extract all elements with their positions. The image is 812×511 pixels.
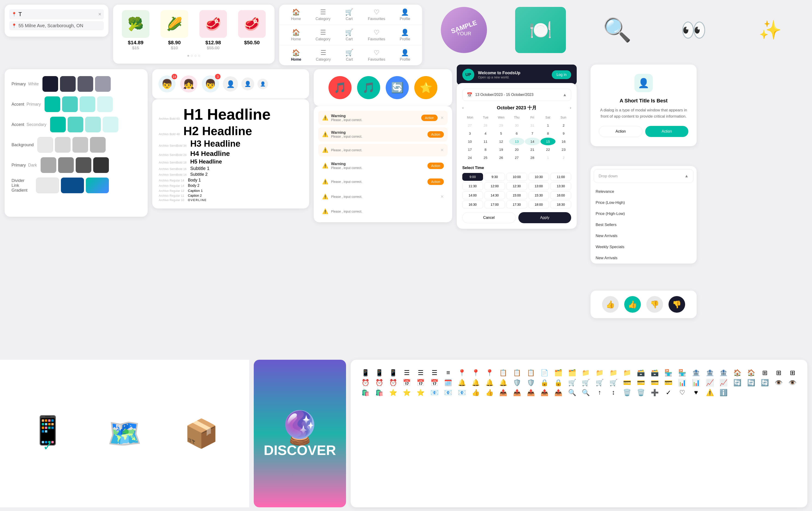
cal-day-8b[interactable]: 8 [478,146,493,153]
dropdown-option-weekly[interactable]: Weekly Specials [590,241,697,252]
nav-profile-1[interactable]: 👤Profile [400,8,410,21]
chevron-up-icon[interactable]: ▲ [562,92,567,97]
cal-day-9[interactable]: 9 [556,129,571,137]
dropdown-option-best-sellers[interactable]: Best Sellers [590,219,697,230]
cal-day-25[interactable]: 25 [478,154,493,161]
feedback-thumbs-up-teal[interactable]: 👍 [624,296,641,313]
cal-day-27[interactable]: 27 [509,154,524,161]
nav-category-2[interactable]: ☰Category [316,29,330,41]
nav-category-3[interactable]: ☰Category [316,49,331,62]
cal-prev-icon[interactable]: ‹ [462,106,464,110]
cal-day-12[interactable]: 12 [493,138,509,145]
time-slot-17-00[interactable]: 17:00 [485,201,505,208]
time-slot-16-30[interactable]: 16:30 [462,201,483,208]
cal-day-2[interactable]: 2 [556,122,571,129]
time-slot-14-00[interactable]: 14:00 [462,191,483,199]
cal-day-7[interactable]: 7 [525,129,540,137]
time-slot-18-30[interactable]: 18:30 [550,201,571,208]
nav-cart-3[interactable]: 🛒Cart [345,49,353,62]
warn-action-btn-4[interactable]: Action [428,179,444,185]
nav-category-1[interactable]: ☰Category [316,8,330,21]
address-input-1[interactable] [19,11,96,18]
nav-fav-1[interactable]: ♡Favourites [368,8,385,21]
grocery-item-3[interactable]: 🥩 $50.50 [238,10,266,51]
time-slot-9-30[interactable]: 9:30 [485,173,505,181]
time-slot-18-00[interactable]: 18:00 [528,201,549,208]
time-slot-14-30[interactable]: 14:30 [485,191,505,199]
cal-cancel-button[interactable]: Cancel [462,212,516,223]
nav-profile-3[interactable]: 👤Profile [400,49,410,62]
warn-action-btn-1[interactable]: Action [428,131,444,138]
time-slot-13-00[interactable]: 13:00 [528,182,549,190]
time-slot-13-30[interactable]: 13:30 [550,182,571,190]
dialog-outline-button[interactable]: Action [599,126,642,137]
cal-day-30-prev[interactable]: 30 [509,122,524,129]
date-picker-bar[interactable]: 📅 13 October/2023 - 15 October/2023 ▲ [462,89,571,101]
nav-cart-2[interactable]: 🛒Cart [345,29,353,41]
grocery-item-1[interactable]: 🌽 $8.90 $10 [161,10,188,51]
cal-day-24[interactable]: 24 [462,154,477,161]
grocery-item-0[interactable]: 🥦 $14.89 $15 [122,10,149,51]
feedback-thumbs-down-dark[interactable]: 👎 [668,296,685,313]
cal-day-21[interactable]: 21 [525,146,540,153]
cal-day-16[interactable]: 16 [556,138,571,145]
time-slot-12-30[interactable]: 12:30 [506,182,527,190]
cal-day-6[interactable]: 6 [509,129,524,137]
cal-day-15-today[interactable]: 15 [541,138,556,145]
time-slot-15-30[interactable]: 15:30 [528,191,549,199]
grocery-item-2[interactable]: 🥩 $12.98 $55.00 [199,10,227,51]
time-slot-15-00[interactable]: 15:00 [506,191,527,199]
cal-day-23[interactable]: 23 [556,146,571,153]
cal-day-11[interactable]: 11 [478,138,493,145]
cal-day-31-prev[interactable]: 31 [525,122,540,129]
warn-close-5[interactable]: ✕ [440,194,444,199]
dropdown-option-new-arrivals-2[interactable]: New Arrivals [590,252,697,264]
dropdown-option-price-low-high[interactable]: Price (Low-High) [590,197,697,208]
cal-next-icon[interactable]: › [570,106,571,110]
foodsup-login-button[interactable]: Log in [552,70,571,79]
cal-day-5[interactable]: 5 [493,129,509,137]
dialog-primary-button[interactable]: Action [645,126,688,137]
time-slot-16-00[interactable]: 16:00 [550,191,571,199]
nav-profile-2[interactable]: 👤Profile [400,29,410,41]
cal-day-4[interactable]: 4 [478,129,493,137]
time-slot-12-00[interactable]: 12:00 [485,182,505,190]
cal-day-19[interactable]: 19 [493,146,509,153]
cal-day-17[interactable]: 17 [462,146,477,153]
cal-day-10[interactable]: 10 [462,138,477,145]
warn-close-0[interactable]: ✕ [440,115,444,120]
address-field-1[interactable]: 📍 ✕ [9,9,104,19]
feedback-thumbs-down-light[interactable]: 👎 [646,296,663,313]
dropdown-option-price-high-low[interactable]: Price (High-Low) [590,208,697,219]
time-slot-10-30[interactable]: 10:30 [528,173,549,181]
cal-day-27-prev[interactable]: 27 [462,122,477,129]
dropdown-option-relevance[interactable]: Relevance [590,186,697,197]
cal-day-28-prev[interactable]: 28 [478,122,493,129]
cal-day-26[interactable]: 26 [493,154,509,161]
cal-day-3[interactable]: 3 [462,129,477,137]
dropdown-option-new-arrivals-1[interactable]: New Arrivals [590,230,697,241]
nav-home-2[interactable]: 🏠Home [291,29,301,41]
close-icon-1[interactable]: ✕ [98,12,102,17]
time-slot-17-30[interactable]: 17:30 [506,201,527,208]
cal-day-1[interactable]: 1 [541,122,556,129]
nav-home-1[interactable]: 🏠Home [291,8,301,21]
circle-icon-2[interactable]: 🔄 [386,76,409,99]
cal-day-8a[interactable]: 8 [541,129,556,137]
cal-day-2-next[interactable]: 2 [556,154,571,161]
cal-day-14-highlighted[interactable]: 14 [525,138,540,145]
cal-apply-button[interactable]: Apply [518,212,571,223]
nav-cart-1[interactable]: 🛒Cart [345,8,353,21]
circle-icon-0[interactable]: 🎵 [328,76,352,99]
cal-day-13-selected[interactable]: 13 [509,138,524,145]
nav-fav-3[interactable]: ♡Favourites [368,49,385,62]
time-slot-11-00[interactable]: 11:00 [550,173,571,181]
circle-icon-1[interactable]: 🎵 [357,76,380,99]
cal-day-29-prev[interactable]: 29 [493,122,509,129]
address-field-2[interactable]: 📍 55 Milne Ave, Scarborough, ON [9,21,104,30]
cal-day-22[interactable]: 22 [541,146,556,153]
cal-day-28[interactable]: 28 [525,154,540,161]
nav-home-3[interactable]: 🏠Home [291,49,301,62]
warn-action-btn-3[interactable]: Action [428,162,444,169]
cal-day-20[interactable]: 20 [509,146,524,153]
